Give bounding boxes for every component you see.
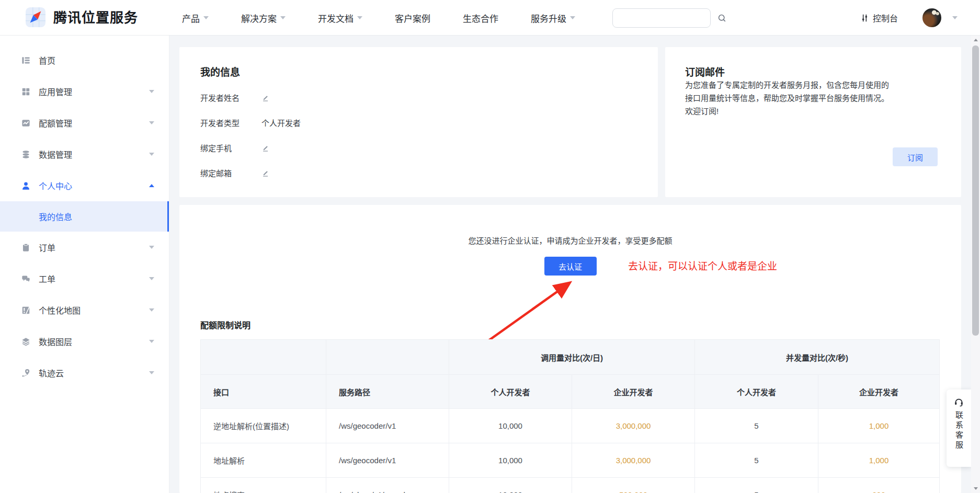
table-row: 地址解析 /ws/geocoder/v1 10,000 3,000,000 5 … [201, 443, 940, 478]
nav-upgrade[interactable]: 服务升级 [531, 12, 575, 25]
chevron-down-icon [357, 16, 362, 19]
info-row-developer-name: 开发者姓名 [200, 91, 637, 104]
empty-header-cell [326, 340, 449, 375]
certification-quota-card: 您还没进行企业认证，申请成为企业开发者，享受更多配额 去认证 去认证，可以认证个… [179, 205, 961, 493]
nav-docs[interactable]: 开发文档 [318, 12, 362, 25]
subscribe-text-line: 欢迎订阅! [685, 105, 941, 118]
chevron-down-icon [149, 90, 154, 93]
sidebar-item-data-management[interactable]: 数据管理 [0, 139, 169, 170]
custom-map-icon [21, 305, 31, 315]
subscribe-button[interactable]: 订阅 [893, 147, 938, 166]
chevron-down-icon [280, 16, 286, 19]
empty-header-cell [201, 340, 326, 375]
contact-support-button[interactable]: 联系客服 [947, 389, 971, 467]
quota-section-title: 配额限制说明 [200, 318, 250, 331]
col-header-enterprise-dev: 企业开发者 [572, 375, 695, 409]
col-header-service-path: 服务路径 [326, 375, 449, 409]
col-header-interface: 接口 [201, 375, 326, 409]
compass-logo-icon [26, 7, 45, 27]
top-bar: 腾讯位置服务 产品 解决方案 开发文档 客户案例 生态合作 服务升级 控制台 [0, 0, 980, 36]
console-link[interactable]: 控制台 [860, 0, 898, 36]
database-icon [21, 150, 31, 159]
sidebar-item-personal-center[interactable]: 个人中心 [0, 170, 169, 201]
quota-table: 调用量对比(次/日) 并发量对比(次/秒) 接口 服务路径 个人开发者 企业开发… [200, 339, 940, 493]
quota-group-header-row: 调用量对比(次/日) 并发量对比(次/秒) [201, 340, 940, 375]
search-box [612, 8, 711, 28]
chevron-down-icon [149, 246, 154, 249]
table-row: 逆地址解析(位置描述) /ws/geocoder/v1 10,000 3,000… [201, 409, 940, 443]
chart-image-icon [21, 118, 31, 128]
sidebar-item-app-management[interactable]: 应用管理 [0, 76, 169, 107]
avatar[interactable] [922, 8, 941, 27]
sidebar: 首页 应用管理 配额管理 数据管理 个人中心 我的信息 订单 工单 个性化地图 [0, 36, 169, 493]
my-info-title: 我的信息 [200, 64, 637, 78]
red-annotation-text: 去认证，可以认证个人或者是企业 [628, 258, 777, 272]
group-header-daily-calls: 调用量对比(次/日) [449, 340, 695, 375]
subscribe-title: 订阅邮件 [685, 64, 941, 78]
sidebar-item-orders[interactable]: 订单 [0, 232, 169, 263]
sidebar-item-tickets[interactable]: 工单 [0, 263, 169, 294]
sidebar-item-data-layers[interactable]: 数据图层 [0, 326, 169, 357]
nav-products[interactable]: 产品 [182, 12, 209, 25]
chevron-down-icon [570, 16, 575, 19]
chevron-down-icon [149, 308, 154, 312]
subscribe-text-line: 接口用量统计等信息，帮助您及时掌握平台服务使用情况。 [685, 91, 941, 105]
edit-pencil-icon[interactable] [261, 93, 270, 102]
chevron-down-icon [149, 340, 154, 343]
clipboard-icon [21, 243, 31, 253]
chevron-down-icon [149, 371, 154, 374]
subscribe-text-line: 为您准备了专属定制的开发者服务月报，包含您每月使用的 [685, 78, 941, 91]
info-row-bound-email: 绑定邮箱 [200, 166, 637, 179]
col-header-personal-dev: 个人开发者 [695, 375, 818, 409]
contact-support-label: 联系客服 [953, 411, 964, 451]
info-row-developer-type: 开发者类型 个人开发者 [200, 116, 637, 129]
chat-bubbles-icon [21, 274, 31, 284]
edit-pencil-icon[interactable] [261, 168, 270, 177]
go-certify-button[interactable]: 去认证 [544, 257, 597, 276]
table-row: 地点搜索 /ws/place/v1/search 10,000 500,000 … [201, 478, 940, 493]
scrollbar-thumb[interactable] [972, 45, 979, 336]
location-track-icon [21, 368, 31, 378]
sidebar-subitem-my-info[interactable]: 我的信息 [0, 201, 169, 232]
quota-column-header-row: 接口 服务路径 个人开发者 企业开发者 个人开发者 企业开发者 [201, 375, 940, 409]
search-input[interactable] [613, 9, 717, 27]
subscribe-mail-card: 订阅邮件 为您准备了专属定制的开发者服务月报，包含您每月使用的 接口用量统计等信… [665, 47, 961, 197]
sidebar-item-quota-management[interactable]: 配额管理 [0, 107, 169, 139]
headset-icon [953, 396, 964, 407]
vertical-scrollbar[interactable] [971, 36, 980, 493]
sidebar-item-home[interactable]: 首页 [0, 44, 169, 76]
search-icon[interactable] [717, 13, 727, 23]
chevron-up-icon [149, 184, 154, 187]
scroll-up-button[interactable] [971, 36, 980, 44]
col-header-enterprise-dev: 企业开发者 [818, 375, 940, 409]
nav-eco[interactable]: 生态合作 [463, 12, 498, 25]
info-row-bound-phone: 绑定手机 [200, 141, 637, 154]
scroll-down-button[interactable] [971, 484, 980, 493]
triangle-up-icon [974, 39, 978, 41]
chevron-down-icon [149, 153, 154, 156]
col-header-personal-dev: 个人开发者 [449, 375, 572, 409]
nav-cases[interactable]: 客户案例 [395, 12, 430, 25]
nav-solutions[interactable]: 解决方案 [241, 12, 286, 25]
chevron-down-icon [149, 121, 154, 124]
triangle-down-icon [974, 487, 978, 490]
developer-type-value: 个人开发者 [261, 117, 301, 128]
edit-pencil-icon[interactable] [261, 143, 270, 152]
sidebar-item-custom-map[interactable]: 个性化地图 [0, 294, 169, 326]
group-header-concurrency: 并发量对比(次/秒) [695, 340, 940, 375]
chevron-down-icon [203, 16, 209, 19]
layers-icon [21, 337, 31, 347]
top-navigation: 产品 解决方案 开发文档 客户案例 生态合作 服务升级 [182, 0, 608, 36]
certification-notice: 您还没进行企业认证，申请成为企业开发者，享受更多配额 [179, 235, 961, 246]
grid-icon [21, 87, 31, 97]
sliders-icon [860, 14, 869, 22]
avatar-chevron-down-icon[interactable] [952, 16, 958, 19]
my-info-card: 我的信息 开发者姓名 开发者类型 个人开发者 绑定手机 绑定邮箱 [179, 47, 658, 197]
sidebar-item-track-cloud[interactable]: 轨迹云 [0, 357, 169, 388]
person-icon [21, 181, 31, 191]
chevron-down-icon [149, 277, 154, 280]
home-list-icon [21, 55, 31, 65]
brand-title: 腾讯位置服务 [53, 0, 138, 36]
